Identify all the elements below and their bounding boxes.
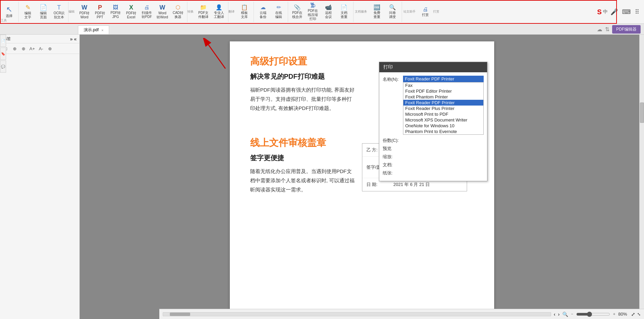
print-name-row: 名称(N): Foxit Reader PDF Printer Fax Foxi… xyxy=(383,76,484,135)
toolbar-online-edit[interactable]: ✏ 在线编辑 xyxy=(271,2,286,22)
print-doc-row: 文档: xyxy=(383,161,484,168)
pdf-editor-button[interactable]: PDF编辑器 xyxy=(612,25,641,34)
toolbar-free-label: 免费查重 xyxy=(374,11,380,19)
print-dialog: 打印 名称(N): Foxit Reader PDF Printer Fax F… xyxy=(379,62,487,181)
sync-icon[interactable]: ⇅ xyxy=(605,26,609,33)
print-copies-row: 份数(C): xyxy=(383,137,484,144)
print-dialog-title: 打印 xyxy=(379,62,487,72)
compress-icon: 🗜 xyxy=(310,3,316,8)
sidebar: 书签 » « □ ⊕ ⊕ A+ A- ⊕ xyxy=(0,35,80,319)
printer-onenote[interactable]: OneNote for Windows 10 xyxy=(403,123,483,129)
sidebar-expand-icon[interactable]: » xyxy=(70,36,73,42)
toolbar-word-to-pdf[interactable]: W Word转Word xyxy=(155,2,170,22)
toolbar-template[interactable]: 📋 模板文库 xyxy=(237,2,252,22)
toolbar-doc-review[interactable]: 📄 文档查重 xyxy=(336,2,352,22)
sidebar-collapse-icon[interactable]: « xyxy=(74,36,77,42)
pdf-to-word-icon: W xyxy=(82,4,87,11)
toolbar-online-compress[interactable]: 🗜 PDF在线压缩打印 xyxy=(305,2,321,22)
print-copies-label: 份数(C): xyxy=(383,137,403,144)
scroll-right-icon[interactable]: › xyxy=(558,312,560,317)
cloud-sync-icon[interactable]: ☁ xyxy=(597,26,602,33)
print-section-title: 高级打印设置 xyxy=(250,55,355,68)
toolbar-pdf-to-excel[interactable]: X PDF转Excel xyxy=(123,2,139,22)
printer-foxit-reader[interactable]: Foxit Reader PDF Printer xyxy=(403,100,483,106)
toolbar-cad-label: CAD转换器 xyxy=(173,11,183,19)
print-name-selected[interactable]: Foxit Reader PDF Printer xyxy=(403,76,484,82)
pro-translate-icon: 👤 xyxy=(216,5,222,10)
toolbar-select-label: 选择 xyxy=(6,14,13,18)
toolbar-pdf-to-word[interactable]: W PDF转Word xyxy=(77,2,92,22)
toolbar-questionnaire[interactable]: 🔍 问卷调变 xyxy=(385,2,400,22)
toolbar-print-reward[interactable]: 🖨 打赏 xyxy=(418,2,433,22)
toolbar-questionnaire-label: 问卷调变 xyxy=(389,11,396,19)
scroll-left-icon[interactable]: ‹ xyxy=(554,312,556,317)
scrollbar-h-thumb[interactable] xyxy=(170,313,190,316)
zoom-out-icon[interactable]: 🔍 xyxy=(562,312,568,317)
toolbar-ocr[interactable]: T OCR识别文本 xyxy=(51,2,67,22)
doc-services-group-label: 文档服务 xyxy=(355,10,367,14)
fullscreen-icon[interactable]: ⤢ xyxy=(631,312,635,317)
toolbar-pdf-merge[interactable]: 📎 PDF在线合并 xyxy=(289,2,305,22)
toolbar-pdf-to-ppt-label: PDF转PPT xyxy=(95,11,105,19)
printer-foxit-editor[interactable]: Foxit PDF Editor Printer xyxy=(403,88,483,94)
cad-icon: ⬡ xyxy=(176,5,180,10)
printer-foxit-phantom[interactable]: Foxit Phantom Printer xyxy=(403,94,483,100)
toolbar-cloud[interactable]: ☁ 云端备份 xyxy=(255,2,271,22)
toolbar-doc-review-label: 文档查重 xyxy=(341,11,347,19)
zoom-slider[interactable] xyxy=(576,312,610,317)
section-print: 高级打印设置 解决常见的PDF打印难题 福昕PDF阅读器拥有强大的打印功能, 界… xyxy=(250,55,474,123)
bottom-scrollbar[interactable] xyxy=(163,312,551,316)
keyboard-icon[interactable]: ⌨ xyxy=(621,7,632,17)
content-scrollbar[interactable] xyxy=(639,35,644,309)
tab-bar-right: ☁ ⇅ PDF编辑器 xyxy=(597,25,641,34)
printer-foxit-plus[interactable]: Foxit Reader Plus Printer xyxy=(403,106,483,111)
toolbar-pdf-to-word-label: PDF转Word xyxy=(79,11,89,19)
tab-close-btn[interactable]: × xyxy=(101,28,103,32)
toolbar-pdf-to-ppt[interactable]: P PDF转PPT xyxy=(92,2,108,22)
sidebar-content xyxy=(0,54,79,319)
sidebar-tool-add1[interactable]: ⊕ xyxy=(11,45,18,52)
toolbar-pro-translate[interactable]: 👤 专业人工翻译 xyxy=(211,2,227,22)
toolbar-pdf-to-jpg[interactable]: 🖼 PDF转JPG xyxy=(108,2,123,22)
toolbar-pdf-merge-label: PDF在线合并 xyxy=(292,11,302,19)
mic-icon[interactable]: 🎤 xyxy=(609,7,619,17)
printer-ms-pdf[interactable]: Microsoft Print to PDF xyxy=(403,111,483,117)
toolbar-group-tools: ↖ 选择 工具 xyxy=(1,2,19,22)
paper-group-label: 论文助手 xyxy=(403,10,416,14)
zoom-container: 🔍 － ＋ 80% ⤢ ⤡ xyxy=(562,311,641,317)
tab-bar: 演示.pdf × ☁ ⇅ PDF编辑器 xyxy=(0,24,644,35)
convert-group-label: 转换 xyxy=(187,10,194,14)
printer-ms-xps[interactable]: Microsoft XPS Document Writer xyxy=(403,117,483,123)
scrollbar-thumb[interactable] xyxy=(640,102,644,123)
side-icon-panel: 📄 🔖 💬 xyxy=(0,35,6,73)
minimize-icon[interactable]: ⤡ xyxy=(637,312,641,317)
section-sig-text: 线上文件审核盖章 签字更便捷 随着无纸化办公应用普及。当遇到使用PDF文档中需要… xyxy=(250,136,355,204)
tools-group-label: 工具 xyxy=(1,18,7,23)
red-arrow-svg xyxy=(198,38,239,72)
side-icon-pages[interactable]: 📄 xyxy=(0,35,6,47)
toolbar-cad[interactable]: ⬡ CAD转换器 xyxy=(170,2,186,22)
sidebar-tool-font-increase[interactable]: A+ xyxy=(28,45,36,52)
sidebar-tool-add2[interactable]: ⊕ xyxy=(20,45,27,52)
side-icon-comment[interactable]: 💬 xyxy=(0,60,6,73)
print-printers-list: Fax Foxit PDF Editor Printer Foxit Phant… xyxy=(403,82,484,135)
toolbar-free[interactable]: 🆓 免费查重 xyxy=(369,2,385,22)
toolbar-remote-meeting[interactable]: 📹 远程会议 xyxy=(321,2,336,22)
toolbar-edit-text[interactable]: ✎ 编辑文字 xyxy=(20,2,36,22)
printer-phantom-evernote[interactable]: Phantom Print to Evernote xyxy=(403,129,483,134)
sidebar-tool-add3[interactable]: ⊕ xyxy=(46,45,54,52)
toolbar-edit-page[interactable]: 📄 编辑页面 xyxy=(36,2,51,22)
toolbar-group-translate: 📁 PDF文件翻译 👤 专业人工翻译 xyxy=(196,2,228,22)
sidebar-tool-font-decrease[interactable]: A- xyxy=(37,45,45,52)
sig-date-label: 日 期: xyxy=(366,182,394,188)
grid-icon[interactable]: ⠿ xyxy=(633,7,641,17)
print-paper-row: 纸张: xyxy=(383,169,484,176)
side-icon-bookmark2[interactable]: 🔖 xyxy=(0,48,6,60)
lang-icon: 中 xyxy=(603,9,608,15)
toolbar-pdf-translate[interactable]: 📁 PDF文件翻译 xyxy=(196,2,211,22)
printer-fax[interactable]: Fax xyxy=(403,82,483,88)
toolbar-scan-to-pdf[interactable]: 🖨 扫描件转PDF xyxy=(139,2,155,22)
svg-line-1 xyxy=(208,45,225,69)
toolbar-group-doc-services: 📎 PDF在线合并 🗜 PDF在线压缩打印 📹 远程会议 📄 文档查重 xyxy=(289,2,354,22)
pdf-tab[interactable]: 演示.pdf × xyxy=(78,25,109,34)
